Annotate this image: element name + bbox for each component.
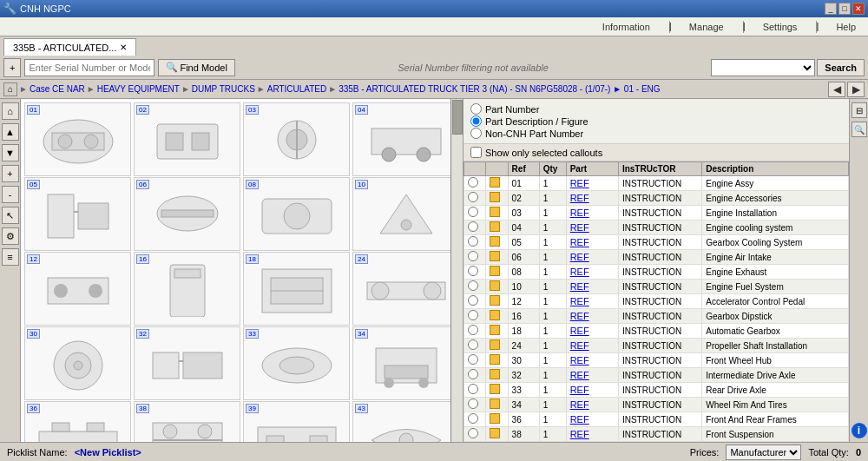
- add-button[interactable]: +: [3, 58, 21, 77]
- row-part-4[interactable]: REF: [570, 237, 589, 247]
- row-part-13[interactable]: REF: [570, 370, 589, 380]
- table-row[interactable]: 36 1 REF INSTRUCTION Front And Rear Fram…: [464, 412, 849, 427]
- menu-settings[interactable]: Settings: [758, 20, 803, 34]
- table-row[interactable]: 08 1 REF INSTRUCTION Engine Exhaust: [464, 265, 849, 280]
- row-part-10[interactable]: REF: [570, 326, 589, 336]
- diagram-cell-engine[interactable]: 01: [24, 102, 131, 176]
- table-row[interactable]: 30 1 REF INSTRUCTION Front Wheel Hub: [464, 353, 849, 368]
- diagram-cell-7[interactable]: 08: [243, 177, 350, 251]
- sidebar-settings-icon[interactable]: ⚙: [2, 227, 19, 245]
- menu-manage[interactable]: Manage: [684, 20, 729, 34]
- row-part-6[interactable]: REF: [570, 267, 589, 277]
- table-row[interactable]: 03 1 REF INSTRUCTION Engine Installation: [464, 206, 849, 221]
- sidebar-grid-icon[interactable]: ⊟: [852, 102, 867, 118]
- row-radio-2[interactable]: [468, 207, 478, 217]
- row-radio-12[interactable]: [468, 354, 478, 365]
- row-part-2[interactable]: REF: [570, 207, 589, 218]
- row-part-16[interactable]: REF: [570, 414, 589, 425]
- radio-part-desc[interactable]: [470, 115, 482, 127]
- table-row[interactable]: 12 1 REF INSTRUCTION Accelerator Control…: [464, 294, 849, 309]
- diagram-cell-16[interactable]: 34: [352, 326, 459, 400]
- table-row[interactable]: 01 1 REF INSTRUCTION Engine Assy: [464, 176, 849, 191]
- table-row[interactable]: 02 1 REF INSTRUCTION Engine Accessories: [464, 191, 849, 206]
- diagram-cell-17[interactable]: 36: [24, 401, 131, 442]
- diagram-cell-14[interactable]: 32: [134, 326, 240, 400]
- diagram-scrollbar[interactable]: [450, 99, 463, 442]
- row-radio-6[interactable]: [468, 266, 478, 276]
- row-part-3[interactable]: REF: [570, 222, 589, 233]
- diagram-cell-19[interactable]: 39: [243, 401, 350, 442]
- row-radio-10[interactable]: [468, 325, 478, 335]
- tab-close-button[interactable]: ✕: [120, 43, 127, 52]
- row-radio-17[interactable]: [468, 428, 478, 438]
- row-part-14[interactable]: REF: [570, 385, 589, 395]
- diagram-cell-4[interactable]: 04: [352, 102, 459, 176]
- maximize-button[interactable]: □: [838, 3, 851, 15]
- home-button[interactable]: ⌂: [3, 82, 17, 96]
- sidebar-down-icon[interactable]: ▼: [2, 144, 19, 161]
- sidebar-cursor-icon[interactable]: ↖: [2, 207, 19, 224]
- serial-input[interactable]: [24, 59, 155, 76]
- diagram-cell-6[interactable]: 06: [134, 177, 240, 251]
- diagram-cell-15[interactable]: 33: [243, 326, 350, 400]
- row-part-0[interactable]: REF: [570, 178, 589, 188]
- table-row[interactable]: 32 1 REF INSTRUCTION Intermediate Drive …: [464, 368, 849, 383]
- table-row[interactable]: 04 1 REF INSTRUCTION Engine cooling syst…: [464, 221, 849, 235]
- diagram-cell-3[interactable]: 03: [243, 102, 350, 176]
- breadcrumb-dump[interactable]: DUMP TRUCKS: [192, 84, 255, 94]
- show-selected-checkbox[interactable]: [470, 147, 482, 158]
- row-part-5[interactable]: REF: [570, 252, 589, 262]
- diagram-cell-10[interactable]: 16: [134, 252, 240, 326]
- diagram-cell-5[interactable]: 05: [24, 177, 131, 251]
- table-row[interactable]: 39 1 REF INSTRUCTION Rear Suspension: [464, 442, 849, 443]
- row-part-8[interactable]: REF: [570, 296, 589, 306]
- sidebar-search-icon[interactable]: 🔍: [852, 122, 867, 137]
- minimize-button[interactable]: _: [825, 3, 837, 15]
- row-radio-1[interactable]: [468, 192, 478, 202]
- table-row[interactable]: 16 1 REF INSTRUCTION Gearbox Dipstick: [464, 309, 849, 324]
- diagram-cell-11[interactable]: 18: [243, 252, 350, 326]
- parts-table-container[interactable]: Ref Qty Part InsTRUcTOR Description 01 1…: [464, 161, 849, 442]
- radio-part-number[interactable]: [470, 103, 482, 115]
- row-part-11[interactable]: REF: [570, 340, 589, 351]
- info-icon[interactable]: i: [852, 423, 867, 438]
- sidebar-home-icon[interactable]: ⌂: [2, 102, 19, 120]
- breadcrumb-335b[interactable]: 335B - ARTICULATED TRUCK TIER 3 (NA) - S…: [339, 84, 660, 94]
- row-radio-5[interactable]: [468, 251, 478, 261]
- row-part-12[interactable]: REF: [570, 355, 589, 366]
- sidebar-zoom-out-icon[interactable]: -: [2, 186, 19, 203]
- diagram-scroll-thumb[interactable]: [452, 100, 463, 135]
- diagram-cell-18[interactable]: 38: [134, 401, 240, 442]
- row-radio-9[interactable]: [468, 310, 478, 320]
- table-row[interactable]: 38 1 REF INSTRUCTION Front Suspension: [464, 427, 849, 442]
- table-row[interactable]: 06 1 REF INSTRUCTION Engine Air Intake: [464, 250, 849, 265]
- row-radio-13[interactable]: [468, 369, 478, 379]
- row-radio-8[interactable]: [468, 295, 478, 306]
- diagram-cell-9[interactable]: 12: [24, 252, 131, 326]
- row-radio-0[interactable]: [468, 177, 478, 188]
- row-part-1[interactable]: REF: [570, 193, 589, 203]
- breadcrumb-articulated[interactable]: ARTICULATED: [267, 84, 327, 94]
- search-button[interactable]: Search: [817, 59, 865, 76]
- diagram-cell-13[interactable]: 30: [24, 326, 131, 400]
- row-radio-11[interactable]: [468, 339, 478, 350]
- diagram-cell-2[interactable]: 02: [134, 102, 240, 176]
- row-radio-15[interactable]: [468, 398, 478, 409]
- table-row[interactable]: 33 1 REF INSTRUCTION Rear Drive Axle: [464, 383, 849, 398]
- search-dropdown[interactable]: [711, 59, 815, 76]
- row-part-9[interactable]: REF: [570, 311, 589, 321]
- close-button[interactable]: ✕: [852, 3, 865, 15]
- sidebar-zoom-in-icon[interactable]: +: [2, 165, 19, 182]
- row-radio-3[interactable]: [468, 221, 478, 232]
- breadcrumb-heavy[interactable]: HEAVY EQUIPMENT: [97, 84, 180, 94]
- menu-information[interactable]: Information: [597, 20, 655, 34]
- nav-back-button[interactable]: ◀: [828, 82, 845, 97]
- radio-non-cnh[interactable]: [470, 128, 482, 139]
- row-radio-7[interactable]: [468, 280, 478, 291]
- row-part-17[interactable]: REF: [570, 429, 589, 439]
- table-row[interactable]: 24 1 REF INSTRUCTION Propeller Shaft Ins…: [464, 339, 849, 353]
- sidebar-list-icon[interactable]: ≡: [2, 248, 19, 266]
- table-row[interactable]: 18 1 REF INSTRUCTION Automatic Gearbox: [464, 324, 849, 339]
- row-radio-14[interactable]: [468, 384, 478, 394]
- breadcrumb-case[interactable]: Case CE NAR: [30, 84, 85, 94]
